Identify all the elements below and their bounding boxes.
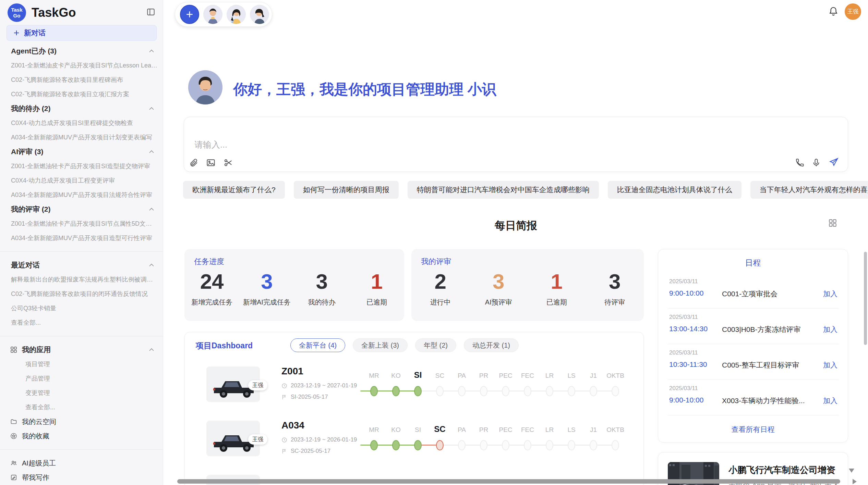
sidebar-item-ai-staff[interactable]: AI超级员工 bbox=[0, 456, 163, 470]
event-name: C005-整车工程目标评审 bbox=[722, 360, 799, 370]
chevron-up-icon bbox=[149, 107, 154, 110]
logo-line2: Go bbox=[13, 13, 21, 18]
sidebar-item[interactable]: Z001-全新燃油轻卡产品开发项目SI节点属性5D文件评审 bbox=[0, 216, 163, 231]
suggestion-chip[interactable]: 当下年轻人对汽车外观有怎样的喜好趋势 bbox=[750, 181, 868, 199]
project-name: A034 bbox=[281, 420, 304, 431]
vertical-scrollbar[interactable] bbox=[864, 252, 867, 345]
tab-new-platform[interactable]: 全新平台 (4) bbox=[290, 338, 345, 352]
sidebar-item-view-all[interactable]: 查看全部... bbox=[0, 315, 163, 330]
join-link[interactable]: 加入 bbox=[823, 289, 837, 299]
sidebar-item[interactable]: C02-飞腾新能源轻客改款项目里程碑画布 bbox=[0, 73, 163, 87]
chat-input[interactable]: 请输入... bbox=[184, 117, 848, 172]
event-date: 2025/03/11 bbox=[669, 385, 698, 392]
stat-my-todo: 3 我的待办 bbox=[294, 270, 349, 307]
my-review-card: 我的评审 2 进行中 3 AI预评审 1 已逾期 3 待评审 bbox=[411, 249, 644, 321]
milestone-timeline: MR KO SI SC PA PR PEC FEC LR LS J1 OKTB bbox=[363, 421, 626, 458]
plus-icon bbox=[185, 10, 194, 19]
sidebar-app-item[interactable]: 产品管理 bbox=[0, 371, 163, 386]
stat-pending-review: 3 待评审 bbox=[586, 270, 644, 307]
sidebar-item[interactable]: C0X4-动力总成开发项目SI里程碑提交物检查 bbox=[0, 116, 163, 130]
dashboard-tabs: 全新平台 (4) 全新上装 (3) 年型 (2) 动总开发 (1) bbox=[290, 338, 519, 352]
contact-avatar-3[interactable] bbox=[250, 5, 269, 24]
sidebar-item[interactable]: C02-飞腾新能源轻客改款项目的闭环通告反馈情况 bbox=[0, 287, 163, 301]
event-name: C001-立项审批会 bbox=[722, 289, 777, 299]
project-owner-badge: 王强 bbox=[248, 434, 267, 445]
chevron-up-icon bbox=[149, 263, 154, 267]
tab-year-model[interactable]: 年型 (2) bbox=[415, 338, 456, 352]
flag-icon bbox=[281, 394, 287, 400]
stat-review-overdue: 1 已逾期 bbox=[528, 270, 586, 307]
sidebar-item[interactable]: A034-全新新能源MUV产品开发项目法规符合性评审 bbox=[0, 188, 163, 202]
section-recent-chats[interactable]: 最近对话 bbox=[0, 258, 163, 272]
tab-powertrain[interactable]: 动总开发 (1) bbox=[464, 338, 519, 352]
user-avatar[interactable]: 王强 bbox=[845, 3, 861, 20]
send-icon[interactable] bbox=[829, 157, 839, 167]
sidebar-item[interactable]: A034-全新新能源MUV产品开发项目计划变更表编写 bbox=[0, 130, 163, 145]
scroll-right-arrow[interactable] bbox=[853, 479, 857, 484]
phone-icon[interactable] bbox=[795, 158, 805, 167]
stat-ai-done: 3 新增AI完成任务 bbox=[239, 270, 294, 307]
sidebar-app-view-all[interactable]: 查看全部... bbox=[0, 400, 163, 414]
event-name: X003-车辆动力学性能验... bbox=[722, 396, 805, 406]
sidebar-item[interactable]: A034-全新新能源MUV产品开发项目造型可行性评审 bbox=[0, 231, 163, 245]
task-progress-card: 任务进度 24 新增完成任务 3 新增AI完成任务 3 我的待办 1 已逾期 bbox=[184, 249, 404, 321]
divider bbox=[0, 336, 163, 336]
project-dates: 2023-12-19 ~ 2026-01-19 bbox=[281, 436, 357, 443]
suggestion-chip[interactable]: 特朗普可能对进口汽车增税会对中国车企造成哪些影响 bbox=[408, 181, 599, 199]
sidebar-collapse-icon[interactable] bbox=[146, 8, 155, 16]
sidebar-item-help-write[interactable]: 帮我写作 bbox=[0, 470, 163, 485]
suggestion-chip[interactable]: 比亚迪全固态电池计划具体说了什么 bbox=[608, 181, 742, 199]
view-all-schedule-link[interactable]: 查看所有日程 bbox=[658, 425, 848, 434]
schedule-title: 日程 bbox=[658, 258, 848, 268]
section-ai-review[interactable]: AI评审 (3) bbox=[0, 145, 163, 159]
mic-icon[interactable] bbox=[811, 158, 821, 167]
join-link[interactable]: 加入 bbox=[823, 325, 837, 334]
section-my-apps[interactable]: 我的应用 bbox=[0, 343, 163, 357]
contact-avatar-2[interactable] bbox=[227, 5, 246, 24]
grid-icon bbox=[10, 346, 17, 353]
milestone-timeline: MR KO SI SC PA PR PEC FEC LR LS J1 OKTB bbox=[363, 366, 626, 404]
section-agent-done[interactable]: Agent已办 (3) bbox=[0, 44, 163, 58]
join-link[interactable]: 加入 bbox=[823, 396, 837, 406]
attach-icon[interactable] bbox=[189, 158, 198, 167]
sidebar-app-item[interactable]: 变更管理 bbox=[0, 386, 163, 400]
sidebar-item-cloud-space[interactable]: 我的云空间 bbox=[0, 414, 163, 429]
image-icon[interactable] bbox=[206, 158, 216, 167]
sidebar-item[interactable]: C02-飞腾新能源轻客改款项目立项汇报方案 bbox=[0, 87, 163, 101]
sidebar-item[interactable]: Z001-全新燃油轻卡产品开发项目SI造型提交物评审 bbox=[0, 159, 163, 173]
dashboard-title: 项目Dashboard bbox=[196, 340, 253, 351]
scroll-down-arrow[interactable] bbox=[849, 469, 854, 473]
app-title: TaskGo bbox=[32, 5, 76, 20]
sidebar-item-favorites[interactable]: 我的收藏 bbox=[0, 429, 163, 443]
stat-in-progress: 2 进行中 bbox=[411, 270, 470, 307]
app-window: Task Go TaskGo 新对话 Agent已办 (3) Z001-全新燃油… bbox=[0, 0, 868, 485]
project-flag-date: SI-2025-05-17 bbox=[281, 394, 328, 400]
layout-grid-icon[interactable] bbox=[828, 219, 837, 227]
scissors-icon[interactable] bbox=[224, 158, 233, 167]
event-time: 13:00-14:30 bbox=[669, 325, 708, 333]
suggestion-chip[interactable]: 如何写一份清晰的项目周报 bbox=[294, 181, 399, 199]
divider bbox=[0, 251, 163, 252]
stat-overdue: 1 已逾期 bbox=[349, 270, 404, 307]
section-my-todo[interactable]: 我的待办 (2) bbox=[0, 101, 163, 116]
add-contact-button[interactable] bbox=[180, 5, 199, 24]
clock-icon bbox=[281, 383, 287, 389]
sidebar-item[interactable]: 解释最新出台的欧盟报废车法规再生塑料比例被调至15%... bbox=[0, 272, 163, 287]
event-time: 9:00-10:00 bbox=[669, 396, 703, 404]
card-title: 任务进度 bbox=[194, 257, 224, 267]
sidebar-item[interactable]: C0X4-动力总成开发项目工程变更评审 bbox=[0, 173, 163, 188]
section-my-review[interactable]: 我的评审 (2) bbox=[0, 202, 163, 216]
suggestion-chip[interactable]: 欧洲新规最近颁布了什么? bbox=[183, 181, 285, 199]
tab-new-body[interactable]: 全新上装 (3) bbox=[353, 338, 408, 352]
divider bbox=[668, 415, 839, 415]
horizontal-scrollbar[interactable] bbox=[177, 479, 840, 484]
sidebar-app-item[interactable]: 项目管理 bbox=[0, 357, 163, 371]
notification-bell-icon[interactable] bbox=[828, 6, 839, 16]
join-link[interactable]: 加入 bbox=[823, 360, 837, 370]
sidebar-item[interactable]: Z001-全新燃油皮卡产品开发项目SI节点Lesson Learn报告 bbox=[0, 58, 163, 73]
sidebar-item[interactable]: 公司Q3轻卡销量 bbox=[0, 301, 163, 315]
new-chat-button[interactable]: 新对话 bbox=[7, 25, 157, 41]
project-flag-date: SC-2025-05-17 bbox=[281, 448, 330, 455]
divider bbox=[668, 308, 839, 309]
contact-avatar-1[interactable] bbox=[203, 5, 222, 24]
